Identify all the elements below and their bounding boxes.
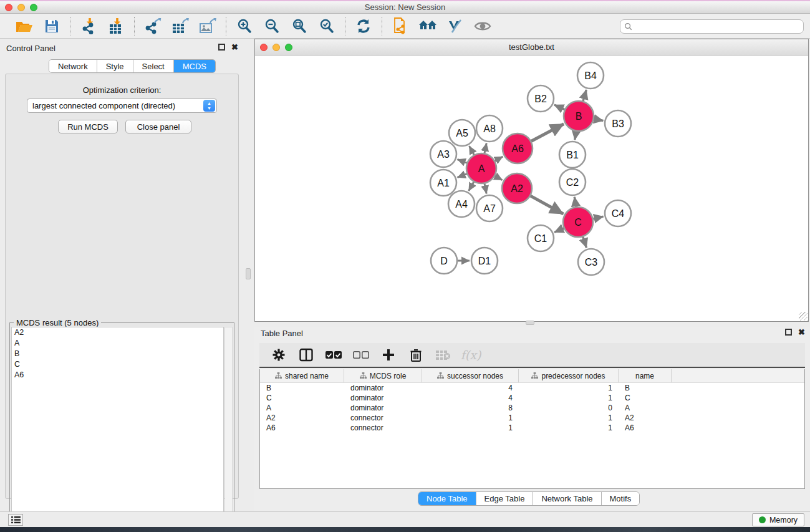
network-window-titlebar[interactable]: testGlobe.txt <box>255 39 808 56</box>
close-panel-icon[interactable]: ✖ <box>231 44 238 51</box>
search-input[interactable] <box>632 22 803 31</box>
refresh-network-icon[interactable] <box>353 17 374 36</box>
node-table[interactable]: shared nameMCDS rolesuccessor nodesprede… <box>259 369 805 489</box>
mcds-result-item[interactable]: A2 <box>12 327 223 338</box>
mcds-result-item[interactable]: B <box>12 349 223 359</box>
node-A3[interactable]: A3 <box>430 141 456 167</box>
columns-icon[interactable] <box>297 346 316 364</box>
close-panel-button[interactable]: Close panel <box>125 120 191 133</box>
node-A[interactable]: A <box>466 153 496 183</box>
node-D[interactable]: D <box>431 248 457 274</box>
export-image-icon[interactable] <box>197 17 218 36</box>
open-file-icon[interactable] <box>14 17 35 36</box>
horizontal-splitter-handle[interactable] <box>526 321 534 325</box>
edge-B-B4[interactable] <box>583 90 587 102</box>
node-C[interactable]: C <box>563 207 593 237</box>
mcds-result-list[interactable]: A2ABCA6 <box>11 327 224 531</box>
export-network-icon[interactable] <box>142 17 163 36</box>
import-network-icon[interactable] <box>78 17 99 36</box>
table-row[interactable]: Adominator80A <box>260 403 804 413</box>
float-table-panel-icon[interactable] <box>785 329 792 336</box>
node-C2[interactable]: C2 <box>559 169 586 195</box>
edge-A-A5[interactable] <box>470 146 475 156</box>
node-B[interactable]: B <box>564 101 594 131</box>
node-A2[interactable]: A2 <box>502 173 532 203</box>
node-A1[interactable]: A1 <box>430 170 456 196</box>
node-A6[interactable]: A6 <box>503 133 533 163</box>
edge-C-C4[interactable] <box>592 216 604 219</box>
search-field[interactable] <box>620 19 804 34</box>
tab-network[interactable]: Network <box>49 60 97 72</box>
home-icon[interactable] <box>417 17 438 36</box>
node-A7[interactable]: A7 <box>476 195 503 221</box>
import-table-icon[interactable] <box>105 17 127 36</box>
show-hide-graphics-icon[interactable] <box>445 17 466 36</box>
edge-A-A3[interactable] <box>458 160 468 163</box>
trash-icon[interactable] <box>407 346 425 364</box>
edge-A-A6[interactable] <box>494 157 503 162</box>
birds-eye-icon[interactable] <box>472 17 493 36</box>
node-B3[interactable]: B3 <box>605 110 631 137</box>
table-row[interactable]: Bdominator41B <box>260 383 804 393</box>
memory-button[interactable]: Memory <box>752 513 804 526</box>
edge-B-B3[interactable] <box>593 118 604 120</box>
zoom-in-icon[interactable] <box>234 17 255 36</box>
mcds-result-item[interactable]: C <box>12 359 223 370</box>
tab-motifs[interactable]: Motifs <box>602 492 640 505</box>
float-panel-icon[interactable] <box>218 44 225 51</box>
tab-style[interactable]: Style <box>97 60 133 72</box>
gear-icon[interactable] <box>269 346 288 364</box>
zoom-selected-icon[interactable] <box>316 17 337 36</box>
add-icon[interactable] <box>379 346 398 364</box>
column-header-successor-nodes[interactable]: successor nodes <box>422 369 519 382</box>
export-table-icon[interactable] <box>170 17 191 36</box>
edge-C-C2[interactable] <box>574 197 576 208</box>
column-header-predecessor-nodes[interactable]: predecessor nodes <box>519 369 619 382</box>
edge-B-B2[interactable] <box>554 105 566 110</box>
node-B4[interactable]: B4 <box>577 62 604 89</box>
edge-A-A7[interactable] <box>485 183 487 194</box>
node-A5[interactable]: A5 <box>449 120 475 146</box>
node-C4[interactable]: C4 <box>605 200 631 226</box>
network-canvas[interactable]: B4B2BB3A8A5A6A3B1AC2A1A2A4A7C4CC1DD1C3 <box>255 56 808 321</box>
node-A4[interactable]: A4 <box>448 191 475 217</box>
edge-A-A2[interactable] <box>494 175 502 180</box>
tab-edge-table[interactable]: Edge Table <box>476 492 534 505</box>
edge-B-B1[interactable] <box>575 130 577 140</box>
node-C1[interactable]: C1 <box>528 225 554 251</box>
table-row[interactable]: Cdominator41C <box>260 393 804 403</box>
network-from-file-icon[interactable] <box>390 17 411 36</box>
column-header-name[interactable]: name <box>619 369 672 382</box>
column-header-shared-name[interactable]: shared name <box>260 369 344 382</box>
vertical-splitter-handle[interactable] <box>246 268 251 279</box>
tab-network-table[interactable]: Network Table <box>533 492 601 505</box>
tab-select[interactable]: Select <box>133 60 174 72</box>
deselect-all-icon[interactable] <box>352 346 370 364</box>
table-row[interactable]: A2connector11A2 <box>260 413 804 423</box>
node-B2[interactable]: B2 <box>528 85 554 112</box>
edge-A-A8[interactable] <box>485 143 487 155</box>
result-scrollbar[interactable] <box>224 327 233 531</box>
node-C3[interactable]: C3 <box>578 249 604 275</box>
edge-A-A1[interactable] <box>458 173 468 177</box>
column-header-MCDS-role[interactable]: MCDS role <box>344 369 422 382</box>
criterion-dropdown[interactable]: largest connected component (directed) ▲… <box>27 99 217 113</box>
select-all-icon[interactable] <box>324 346 343 364</box>
run-mcds-button[interactable]: Run MCDS <box>58 120 118 133</box>
mcds-result-item[interactable]: A6 <box>12 370 223 380</box>
edge-C-C3[interactable] <box>582 236 586 248</box>
mcds-result-item[interactable]: A <box>12 338 223 349</box>
edge-A6-B[interactable] <box>530 124 564 142</box>
zoom-out-icon[interactable] <box>261 17 282 36</box>
node-A8[interactable]: A8 <box>476 115 503 142</box>
node-B1[interactable]: B1 <box>559 142 586 168</box>
table-row[interactable]: A6connector11A6 <box>260 423 804 433</box>
node-D1[interactable]: D1 <box>471 248 498 274</box>
edge-C-C1[interactable] <box>554 228 565 232</box>
close-table-panel-icon[interactable]: ✖ <box>798 329 805 336</box>
resize-grip[interactable] <box>799 312 808 321</box>
zoom-fit-icon[interactable] <box>289 17 310 36</box>
tab-node-table[interactable]: Node Table <box>418 492 476 505</box>
edge-A-A4[interactable] <box>469 181 475 191</box>
tab-mcds[interactable]: MCDS <box>174 60 215 72</box>
